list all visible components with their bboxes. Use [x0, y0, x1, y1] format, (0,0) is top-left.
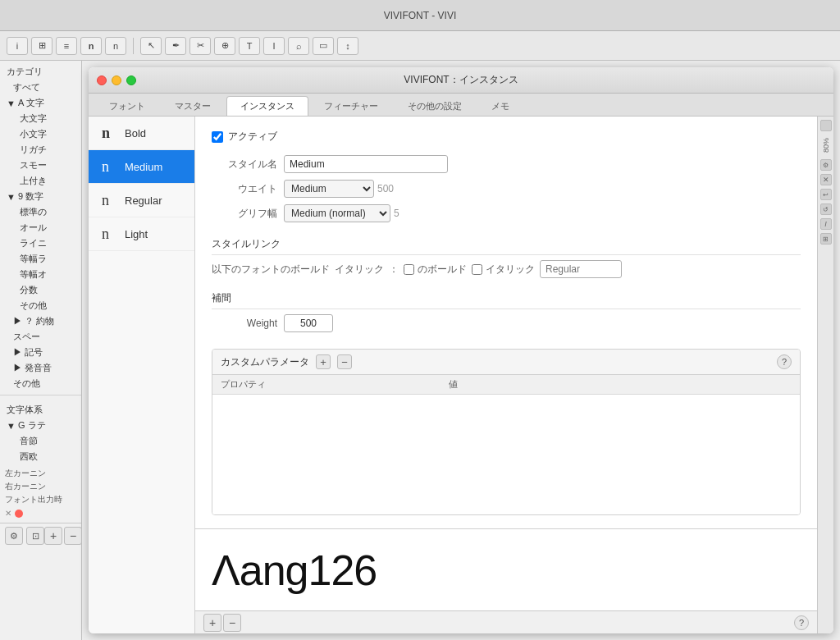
sidebar-item-ligature[interactable]: リガチ — [0, 142, 81, 158]
list-button[interactable]: ≡ — [56, 37, 77, 55]
traffic-lights — [97, 75, 136, 85]
close-button[interactable] — [97, 75, 107, 85]
remove-param-button[interactable]: − — [337, 354, 352, 369]
glyph-width-row: グリフ幅 Ultra Condensed Extra Condensed Con… — [212, 204, 801, 222]
grid-button[interactable]: ⊞ — [31, 37, 52, 55]
custom-params-help-button[interactable]: ? — [777, 354, 792, 369]
inner-content: n Bold n Medium — [89, 117, 833, 633]
sidebar-remove-button[interactable]: − — [64, 527, 82, 545]
svg-text:n: n — [102, 158, 109, 175]
main-area: カテゴリ すべて ▼ A 文字 大文字 小文字 リガチ スモー 上付き ▼ 9 … — [0, 61, 840, 640]
bottom-add-remove: + − — [203, 614, 241, 632]
settings-icon[interactable]: ⚙ — [5, 527, 23, 545]
font-n2-button[interactable]: n — [105, 37, 126, 55]
sidebar-item-punct[interactable]: ▶ ？ 約物 — [0, 313, 81, 329]
style-link-bold-label: 以下のフォントのボールド — [212, 263, 330, 277]
custom-params-body — [212, 395, 800, 515]
style-link-input[interactable] — [540, 260, 622, 278]
tool5-button[interactable]: T — [239, 37, 260, 55]
bottom-help-button[interactable]: ? — [794, 615, 809, 630]
glyph-width-label: グリフ幅 — [212, 207, 277, 221]
tab-other-settings[interactable]: その他の設定 — [394, 96, 476, 116]
sidebar-item-smallcaps[interactable]: スモー — [0, 158, 81, 173]
sidebar-item-oldstyle[interactable]: オール — [0, 220, 81, 235]
bottom-remove-button[interactable]: − — [223, 614, 241, 632]
svg-text:n: n — [102, 226, 109, 242]
sidebar-item-syllable[interactable]: 音節 — [0, 433, 81, 449]
of-bold-checkbox[interactable] — [404, 264, 414, 275]
tab-bar: フォント マスター インスタンス フィーチャー その他の設定 メモ — [89, 94, 833, 117]
of-italic-checkbox[interactable] — [472, 264, 482, 275]
custom-params-title: カスタムパラメータ — [221, 355, 309, 369]
toolbar-separator — [133, 38, 134, 54]
sidebar-item-tabular-old[interactable]: 等幅オ — [0, 267, 81, 282]
inner-bottom-bar: + − ? — [195, 610, 817, 633]
sidebar-item-other-num[interactable]: その他 — [0, 298, 81, 313]
bold-font-icon: n — [98, 123, 118, 143]
minimize-button[interactable] — [112, 75, 121, 85]
layout-button[interactable]: ▭ — [313, 37, 334, 55]
font-instance-regular[interactable]: n Regular — [89, 184, 194, 217]
sidebar-add-remove: + − — [44, 527, 82, 545]
sidebar-status: 左カーニン 右カーニン フォント出力時 ✕ — [0, 464, 81, 523]
sidebar-item-tabular-lining[interactable]: 等幅ラ — [0, 251, 81, 267]
sidebar-item-symbol[interactable]: ▶ 記号 — [0, 345, 81, 360]
bold-checkgroup: のボールド — [404, 263, 467, 277]
bookmark-icon[interactable]: ⊡ — [26, 527, 44, 545]
sidebar-item-western[interactable]: 西欧 — [0, 449, 81, 464]
measure-button[interactable]: ↕ — [337, 37, 358, 55]
weight-select[interactable]: Thin ExtraLight Light Regular Medium Sem… — [284, 180, 374, 198]
form-preview-area: アクティブ スタイル名 ウエイト Thin — [195, 117, 817, 633]
tool1-button[interactable]: ↖ — [140, 37, 162, 55]
right-indicator-4: ↩ — [820, 189, 832, 200]
tab-memo[interactable]: メモ — [477, 96, 523, 116]
bold-label: Bold — [125, 127, 146, 139]
sidebar-item-uppercase[interactable]: 大文字 — [0, 111, 81, 126]
sidebar: カテゴリ すべて ▼ A 文字 大文字 小文字 リガチ スモー 上付き ▼ 9 … — [0, 61, 82, 640]
font-n-button[interactable]: n — [80, 37, 102, 55]
form-area: アクティブ スタイル名 ウエイト Thin — [195, 117, 817, 528]
font-instance-medium[interactable]: n Medium — [89, 150, 194, 184]
tool4-button[interactable]: ⊕ — [214, 37, 235, 55]
tab-feature[interactable]: フィーチャー — [310, 96, 392, 116]
font-instance-bold[interactable]: n Bold — [89, 117, 194, 150]
sidebar-item-space[interactable]: スペー — [0, 329, 81, 345]
style-name-input[interactable] — [284, 155, 448, 173]
tab-master[interactable]: マスター — [161, 96, 225, 116]
right-kerning-label: 右カーニン — [5, 481, 76, 492]
sidebar-item-lining[interactable]: ライニ — [0, 235, 81, 251]
svg-text:n: n — [102, 192, 109, 208]
zoom-button[interactable]: ⌕ — [288, 37, 309, 55]
glyph-width-select[interactable]: Ultra Condensed Extra Condensed Condense… — [284, 204, 390, 222]
of-italic-label: イタリック — [486, 263, 535, 277]
sidebar-item-all[interactable]: すべて — [0, 80, 81, 95]
sidebar-add-button[interactable]: + — [44, 527, 62, 545]
tool2-button[interactable]: ✒ — [165, 37, 186, 55]
info-button[interactable]: i — [7, 37, 28, 55]
custom-params-section: カスタムパラメータ + − ? プロパティ 値 — [212, 349, 801, 515]
tab-font[interactable]: フォント — [95, 96, 159, 116]
sidebar-item-lowercase[interactable]: 小文字 — [0, 126, 81, 142]
sidebar-item-fraction[interactable]: 分数 — [0, 282, 81, 298]
maximize-button[interactable] — [126, 75, 136, 85]
regular-font-icon: n — [98, 190, 118, 210]
font-instance-light[interactable]: n Light — [89, 217, 194, 251]
glyph-width-select-group: Ultra Condensed Extra Condensed Condense… — [284, 204, 418, 222]
tab-instance[interactable]: インスタンス — [226, 96, 308, 116]
right-indicator-2: ⚙ — [820, 159, 832, 171]
outer-titlebar: VIVIFONT - VIVI — [0, 0, 840, 31]
tool3-button[interactable]: ✂ — [189, 37, 211, 55]
font-export-label: フォント出力時 — [5, 494, 76, 505]
bottom-add-button[interactable]: + — [203, 614, 221, 632]
right-indicator-6: I — [820, 218, 832, 230]
sidebar-item-superscript[interactable]: 上付き — [0, 173, 81, 189]
sidebar-item-standard[interactable]: 標準の — [0, 204, 81, 220]
supplement-weight-input[interactable] — [284, 314, 333, 332]
of-bold-label: のボールド — [418, 263, 467, 277]
active-checkbox[interactable] — [212, 131, 223, 143]
sidebar-item-sound[interactable]: ▶ 発音音 — [0, 360, 81, 376]
sidebar-item-other[interactable]: その他 — [0, 376, 81, 391]
add-param-button[interactable]: + — [316, 354, 331, 369]
custom-params-title-group: カスタムパラメータ + − — [221, 354, 352, 369]
tool6-button[interactable]: I — [263, 37, 285, 55]
